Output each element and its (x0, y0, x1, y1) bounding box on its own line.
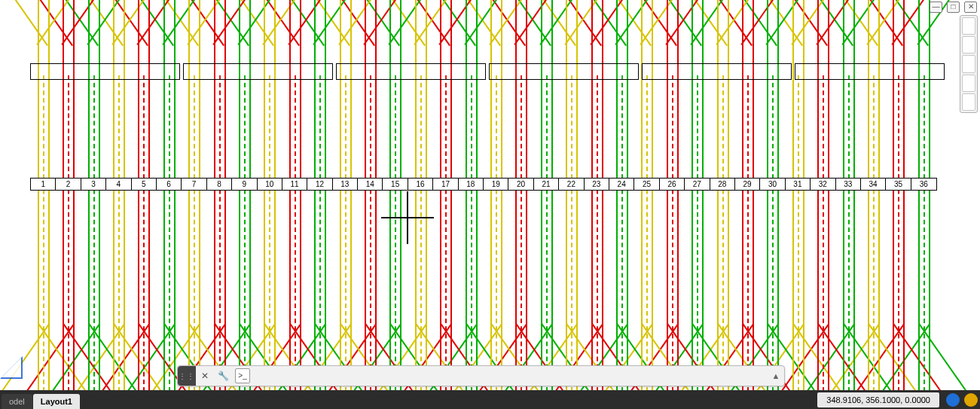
conductor-line (918, 0, 920, 409)
slot-centerline (471, 75, 474, 392)
slot-centerline (898, 75, 901, 392)
slot-cell: 30 (760, 179, 785, 190)
conductor-line (501, 0, 502, 409)
slot-cell: 10 (258, 179, 282, 190)
slot-cell: 27 (685, 179, 710, 190)
layout-tab[interactable]: odel (2, 394, 32, 409)
slot-cell: 6 (157, 179, 182, 190)
conductor-line (702, 0, 704, 409)
slot-centerline (118, 75, 121, 392)
drawing-canvas[interactable]: 1234567891011121314151617181920212223242… (0, 0, 980, 409)
commandbar-config-icon[interactable]: 🔧 (215, 368, 230, 383)
conductor-line (400, 0, 401, 409)
slot-centerline (546, 75, 549, 392)
commandbar-history-icon[interactable]: ▲ (768, 371, 784, 380)
ucs-icon (0, 356, 23, 379)
conductor-line (627, 0, 628, 409)
commandbar-grip-icon[interactable]: ⋮⋮ (178, 366, 196, 386)
terminal-box (30, 63, 180, 80)
slot-centerline (319, 75, 322, 392)
slot-cell: 11 (282, 179, 307, 190)
conductor-line (515, 0, 517, 409)
slot-centerline (169, 75, 172, 392)
slot-cell: 8 (207, 179, 232, 190)
slot-cell: 26 (660, 179, 685, 190)
command-input[interactable] (250, 371, 768, 380)
conductor-line (490, 0, 492, 409)
slot-cell: 13 (333, 179, 358, 190)
terminal-box (183, 63, 333, 80)
slot-centerline (924, 75, 927, 392)
terminal-box (642, 63, 792, 80)
conductor-line (188, 0, 190, 409)
slot-cell: 15 (383, 179, 408, 190)
conductor-line (691, 0, 693, 409)
nav-pan-icon[interactable] (962, 55, 975, 72)
conductor-line (551, 0, 553, 409)
conductor-line (903, 0, 905, 409)
conductor-line (777, 0, 779, 409)
conductor-line (450, 0, 452, 409)
conductor-line (717, 0, 719, 409)
conductor-line (249, 0, 251, 409)
conductor-line (792, 0, 794, 409)
conductor-line (124, 0, 125, 409)
conductor-line (466, 0, 467, 409)
conductor-line (893, 0, 894, 409)
slot-cell: 19 (484, 179, 508, 190)
slot-centerline (798, 75, 801, 392)
slot-cell: 14 (358, 179, 383, 190)
minimize-button[interactable]: — (930, 2, 942, 13)
status-toggle-annotation-icon[interactable] (964, 393, 978, 407)
nav-orbit-icon[interactable] (962, 36, 975, 53)
terminal-box (795, 63, 945, 80)
conductor-line (753, 0, 754, 409)
slot-cell: 35 (886, 179, 911, 190)
slot-centerline (420, 75, 423, 392)
slot-cell: 23 (585, 179, 609, 190)
conductor-line (314, 0, 316, 409)
conductor-line (389, 0, 391, 409)
end-turn-line (8, 0, 47, 46)
nav-zoom-icon[interactable] (962, 75, 975, 92)
conductor-line (99, 0, 100, 409)
conductor-line (274, 0, 276, 409)
slot-centerline (823, 75, 826, 392)
conductor-line (350, 0, 352, 409)
slot-centerline (345, 75, 348, 392)
status-bar: odelLayout1 348.9106, 356.1000, 0.0000 (0, 390, 980, 409)
layout-tab[interactable]: Layout1 (33, 394, 80, 409)
slot-cell: 34 (861, 179, 886, 190)
nav-home-icon[interactable] (962, 17, 975, 35)
conductor-line (440, 0, 441, 409)
conductor-line (174, 0, 176, 409)
terminal-box (336, 63, 486, 80)
conductor-line (239, 0, 240, 409)
conductor-line (148, 0, 150, 409)
conductor-line (853, 0, 855, 409)
slot-centerline (269, 75, 272, 392)
conductor-line (476, 0, 478, 409)
command-line-bar[interactable]: ⋮⋮ ✕ 🔧 >_ ▲ (177, 365, 785, 386)
slot-centerline (244, 75, 247, 392)
slot-centerline (848, 75, 851, 392)
status-toggle-modelspace-icon[interactable] (946, 393, 960, 407)
slot-centerline (521, 75, 524, 392)
conductor-line (817, 0, 819, 409)
close-button[interactable]: ✕ (964, 2, 977, 13)
slot-centerline (772, 75, 775, 392)
slot-centerline (143, 75, 146, 392)
nav-lookat-icon[interactable] (962, 93, 975, 111)
commandbar-close-icon[interactable]: ✕ (197, 368, 212, 383)
slot-centerline (697, 75, 700, 392)
slot-cell: 29 (735, 179, 760, 190)
slot-cell: 4 (106, 179, 131, 190)
slot-cell: 22 (559, 179, 584, 190)
conductor-line (828, 0, 829, 409)
conductor-line (843, 0, 844, 409)
conductor-line (576, 0, 578, 409)
conductor-line (325, 0, 326, 409)
maximize-button[interactable]: □ (947, 2, 960, 13)
slot-centerline (597, 75, 600, 392)
slot-centerline (722, 75, 725, 392)
